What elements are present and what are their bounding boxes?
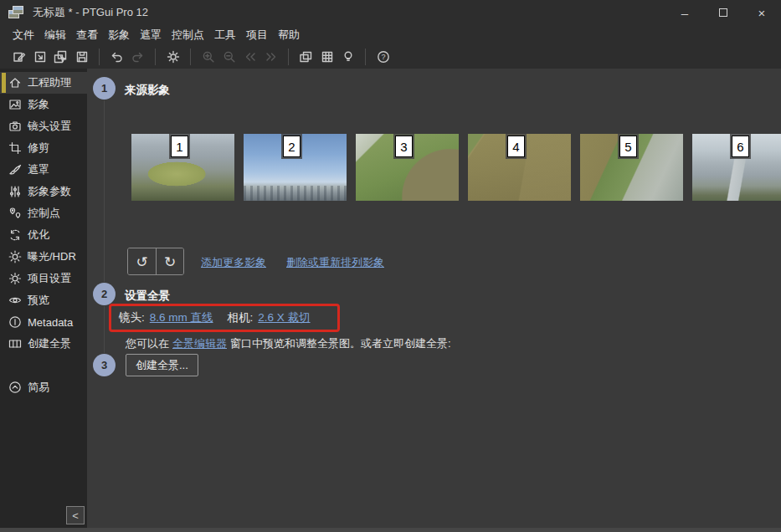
menu-item-mask[interactable]: 遮罩 <box>135 25 167 44</box>
sidebar-item-project-settings[interactable]: 项目设置 <box>0 268 87 289</box>
lens-link[interactable]: 8.6 mm 直线 <box>150 310 213 325</box>
panorama-editor-button[interactable] <box>296 47 316 66</box>
add-more-images-link[interactable]: 添加更多影象 <box>201 255 266 270</box>
source-image-thumbnail[interactable]: 6 <box>692 134 781 201</box>
zoom-in-icon <box>202 50 215 64</box>
sidebar-item-label: 影象 <box>28 97 49 112</box>
detail-viewer-button[interactable] <box>317 47 337 66</box>
grid-icon <box>321 50 334 64</box>
sidebar-item-project-assistant[interactable]: 工程助理 <box>0 72 87 94</box>
source-image-thumbnail[interactable]: 2 <box>244 134 347 201</box>
sidebar-item-label: 项目设置 <box>28 271 71 286</box>
sidebar-item-lens-settings[interactable]: 镜头设置 <box>0 115 87 137</box>
eye-icon <box>8 294 22 307</box>
sidebar-collapse-button[interactable]: < <box>66 506 85 524</box>
help-button[interactable]: ? <box>373 47 393 66</box>
open-copy-button[interactable] <box>51 47 70 66</box>
image-number-badge: 1 <box>171 136 188 157</box>
menu-item-tools[interactable]: 工具 <box>209 25 241 44</box>
red-highlight-box: 镜头: 8.6 mm 直线 相机: 2.6 X 裁切 <box>109 304 340 332</box>
toolbar-separator <box>288 49 289 65</box>
camera-crop-link[interactable]: 2.6 X 裁切 <box>258 310 310 325</box>
redo-icon <box>131 50 145 63</box>
chevron-up-circle-icon <box>8 381 22 394</box>
new-project-button[interactable] <box>9 47 28 66</box>
source-image-thumbnail[interactable]: 1 <box>131 134 234 201</box>
menu-item-view[interactable]: 查看 <box>71 25 103 44</box>
menu-item-file[interactable]: 文件 <box>8 25 39 44</box>
settings-button[interactable] <box>163 47 182 66</box>
step-2-badge: 2 <box>93 283 116 305</box>
lens-label: 镜头: <box>119 310 145 325</box>
svg-text:?: ? <box>381 53 385 61</box>
image-number-badge: 4 <box>507 136 525 157</box>
sidebar-item-image-parameters[interactable]: 影象参数 <box>0 181 87 202</box>
remove-rearrange-images-link[interactable]: 删除或重新排列影象 <box>286 255 384 270</box>
sidebar-item-create-panorama[interactable]: 创建全景 <box>0 333 87 355</box>
lightbulb-icon <box>342 50 355 64</box>
gear-icon <box>8 272 22 285</box>
step-1-title: 来源影象 <box>125 83 170 98</box>
app-logo-icon <box>8 6 25 19</box>
sidebar-item-label: 工程助理 <box>28 75 71 90</box>
step-2-title: 设置全景 <box>125 289 170 304</box>
close-button[interactable]: × <box>742 0 781 25</box>
sidebar-item-label: 遮罩 <box>28 162 49 177</box>
sidebar-item-images[interactable]: 影象 <box>0 94 87 115</box>
maximize-icon <box>719 8 727 17</box>
previous-icon <box>244 51 257 63</box>
toolbar-separator <box>99 49 100 65</box>
sidebar: 工程助理 影象 镜头设置 修剪 遮罩 影象参数 <box>0 69 87 528</box>
sidebar-item-label: 简易 <box>28 380 49 395</box>
sidebar-item-metadata[interactable]: Metadata <box>0 311 87 333</box>
ptgui-window: 无标题 * - PTGui Pro 12 – × 文件 编辑 查看 影象 遮罩 … <box>0 0 781 532</box>
sidebar-item-label: 预览 <box>28 293 49 308</box>
sliders-icon <box>8 185 22 198</box>
create-panorama-button[interactable]: 创建全景... <box>126 354 198 376</box>
previous-image-button <box>240 47 259 66</box>
source-image-thumbnail[interactable]: 4 <box>468 134 571 201</box>
minimize-button[interactable]: – <box>665 0 704 25</box>
rotate-cw-button[interactable]: ↻ <box>156 248 183 274</box>
panorama-editor-link[interactable]: 全景编辑器 <box>172 337 227 350</box>
source-image-thumbnail[interactable]: 5 <box>580 134 683 201</box>
save-project-button[interactable] <box>72 47 91 66</box>
undo-icon <box>110 50 124 63</box>
menu-item-images[interactable]: 影象 <box>103 25 135 44</box>
sidebar-item-control-points[interactable]: 控制点 <box>0 202 87 224</box>
image-number-badge: 3 <box>395 136 413 157</box>
menu-item-edit[interactable]: 编辑 <box>39 25 71 44</box>
menu-item-help[interactable]: 帮助 <box>273 25 305 44</box>
main-content: 1 来源影象 1 2 3 4 5 6 ↺ ↻ 添加更多影象 删除或重新排列影象 … <box>87 69 781 528</box>
sidebar-item-optimize[interactable]: 优化 <box>0 224 87 246</box>
sidebar-item-label: 控制点 <box>28 206 60 221</box>
toolbar: ? <box>0 44 781 69</box>
camera-icon <box>8 120 22 133</box>
zoom-in-button <box>198 47 218 66</box>
sidebar-item-label: 创建全景 <box>28 336 71 351</box>
sidebar-item-label: 曝光/HDR <box>28 249 76 264</box>
image-icon <box>8 98 22 111</box>
next-icon <box>265 51 278 63</box>
sidebar-item-simple-mode[interactable]: 简易 <box>0 376 87 398</box>
sidebar-item-preview[interactable]: 预览 <box>0 289 87 311</box>
sidebar-item-crop[interactable]: 修剪 <box>0 137 87 159</box>
window-title: 无标题 * - PTGui Pro 12 <box>33 5 148 20</box>
sidebar-item-exposure-hdr[interactable]: 曝光/HDR <box>0 246 87 268</box>
source-image-thumbnail[interactable]: 3 <box>356 134 459 201</box>
open-copy-icon <box>54 50 68 64</box>
rotate-ccw-button[interactable]: ↺ <box>128 248 156 274</box>
window-controls: – × <box>665 0 781 25</box>
open-project-icon <box>33 50 47 64</box>
tips-button[interactable] <box>338 47 357 66</box>
image-number-badge: 5 <box>619 136 637 157</box>
home-icon <box>8 76 22 90</box>
panorama-editor-sentence: 您可以在全景编辑器窗口中预览和调整全景图。或者立即创建全景: <box>126 336 451 351</box>
menu-item-control-points[interactable]: 控制点 <box>167 25 209 44</box>
menu-item-project[interactable]: 项目 <box>241 25 273 44</box>
step-3-badge: 3 <box>93 354 116 376</box>
undo-button[interactable] <box>107 47 126 66</box>
sidebar-item-mask[interactable]: 遮罩 <box>0 159 87 181</box>
maximize-button[interactable] <box>704 0 742 25</box>
open-project-button[interactable] <box>30 47 49 66</box>
